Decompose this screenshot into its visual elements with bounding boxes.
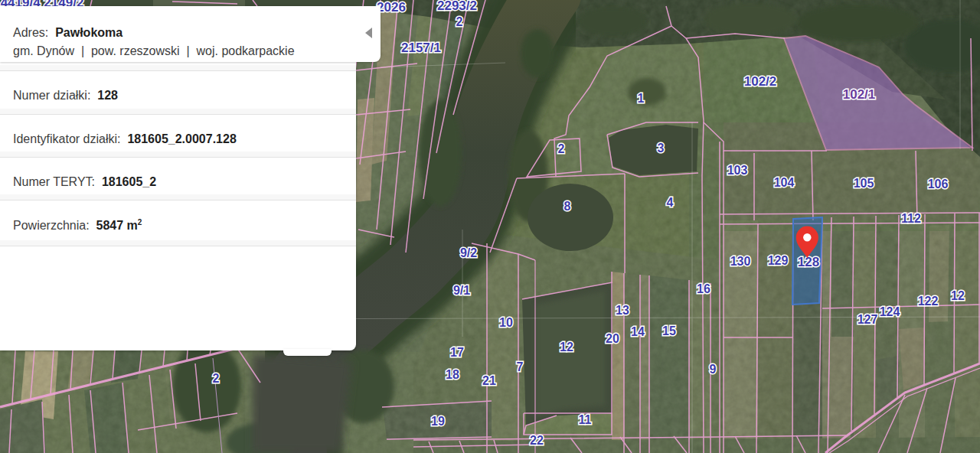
svg-text:17: 17 [450,346,464,359]
svg-text:3: 3 [658,142,665,155]
svg-text:20: 20 [606,332,619,345]
svg-text:13: 13 [616,304,629,317]
svg-text:124: 124 [880,305,900,318]
svg-text:130: 130 [730,255,751,268]
svg-text:8: 8 [564,200,571,213]
svg-text:128: 128 [798,255,819,269]
svg-text:2: 2 [456,15,463,28]
svg-text:2: 2 [558,142,565,155]
svg-text:10: 10 [499,316,513,329]
svg-text:19: 19 [431,415,445,428]
svg-text:12: 12 [560,341,573,354]
svg-text:102/2: 102/2 [744,74,777,89]
svg-text:103: 103 [727,164,748,177]
svg-text:7: 7 [517,360,524,373]
svg-text:104: 104 [774,176,795,189]
svg-text:2157/1: 2157/1 [401,41,441,55]
svg-text:14: 14 [631,325,645,338]
svg-text:4: 4 [667,196,674,209]
svg-text:9: 9 [710,363,717,376]
svg-text:22: 22 [530,434,544,447]
svg-text:18: 18 [446,368,459,381]
svg-text:2026: 2026 [377,0,406,15]
svg-text:112: 112 [901,212,921,225]
svg-text:21: 21 [482,374,496,387]
svg-text:102/1: 102/1 [843,87,876,102]
svg-text:9/2: 9/2 [460,246,477,259]
svg-text:105: 105 [854,177,874,190]
svg-text:11: 11 [579,413,592,426]
svg-text:2293/2: 2293/2 [437,0,477,13]
svg-text:9/1: 9/1 [453,284,470,297]
svg-text:129: 129 [768,254,789,267]
svg-text:2: 2 [213,372,220,385]
svg-text:12: 12 [951,289,965,302]
svg-text:106: 106 [928,178,949,191]
svg-text:15: 15 [662,324,676,337]
svg-text:1: 1 [638,92,645,105]
svg-text:122: 122 [918,295,939,308]
svg-text:16: 16 [697,282,710,295]
svg-text:127: 127 [858,313,878,326]
